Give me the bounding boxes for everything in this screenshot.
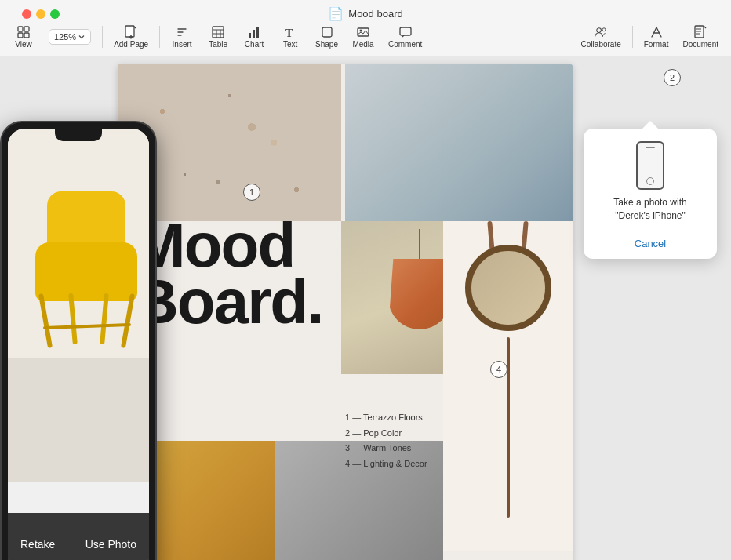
comment-icon: [399, 26, 412, 38]
zoom-value: 125%: [54, 32, 76, 42]
popup-divider: [593, 231, 707, 231]
separator-1: [102, 26, 103, 48]
toolbar-format[interactable]: Format: [638, 23, 675, 52]
mirror-frame: [465, 245, 551, 331]
item-list: 1 — Terrazzo Floors 2 — Pop Color 3 — Wa…: [345, 410, 427, 472]
zoom-control[interactable]: 125%: [49, 29, 91, 45]
iphone-screen: Retake Use Photo: [8, 129, 149, 560]
svg-rect-1: [24, 27, 29, 31]
insert-icon: [176, 26, 188, 38]
document-page: Mood Board.: [118, 64, 573, 560]
svg-rect-0: [18, 27, 23, 31]
chart-label: Chart: [245, 40, 264, 49]
take-photo-popup: Take a photo with "Derek's iPhone" Cance…: [584, 129, 717, 259]
comment-label: Comment: [388, 40, 422, 49]
popup-phone-icon: [636, 141, 664, 190]
toolbar-view[interactable]: View: [6, 23, 41, 52]
separator-3: [632, 26, 633, 48]
svg-rect-2: [18, 33, 23, 38]
svg-text:T: T: [285, 27, 293, 38]
toolbar: View 125% Add Page: [0, 18, 731, 56]
toolbar-insert[interactable]: Insert: [165, 23, 199, 52]
collaborate-label: Collaborate: [581, 40, 621, 49]
iphone-notch: [55, 129, 102, 141]
document-label: Document: [682, 40, 718, 49]
popup-text: Take a photo with "Derek's iPhone": [593, 196, 707, 223]
separator-2: [159, 26, 160, 48]
svg-rect-19: [400, 27, 411, 35]
main-content: Mood Board.: [0, 56, 731, 560]
toolbar-zoom[interactable]: 125%: [42, 26, 97, 48]
svg-point-21: [602, 27, 606, 31]
text-label: Text: [283, 40, 297, 49]
text-icon: T: [284, 26, 296, 38]
mood-board-content: Mood Board.: [118, 64, 573, 560]
toolbar-comment[interactable]: Comment: [382, 23, 428, 52]
shape-label: Shape: [315, 40, 338, 49]
toolbar-table[interactable]: Table: [201, 23, 235, 52]
canvas-area: Mood Board.: [0, 56, 731, 560]
badge-number-1: 1: [243, 184, 260, 201]
popup-cancel-button[interactable]: Cancel: [593, 238, 707, 249]
media-label: Media: [352, 40, 373, 49]
add-page-icon: [125, 26, 137, 38]
svg-rect-4: [125, 26, 134, 37]
iphone-photo-area: [8, 129, 149, 482]
add-page-label: Add Page: [114, 40, 148, 49]
item-list-entry-4: 4 — Lighting & Decor: [345, 456, 427, 472]
collaborate-icon: [595, 26, 607, 38]
document-icon: [694, 26, 707, 38]
toolbar-document[interactable]: Document: [676, 23, 725, 52]
format-label: Format: [644, 40, 669, 49]
item-list-entry-3: 3 — Warm Tones: [345, 441, 427, 456]
toolbar-collaborate[interactable]: Collaborate: [575, 23, 627, 52]
retake-button[interactable]: Retake: [20, 538, 55, 551]
svg-rect-7: [213, 27, 224, 38]
chevron-down-icon: [78, 33, 85, 41]
chart-icon: [248, 26, 260, 38]
shape-icon: [321, 26, 333, 38]
svg-rect-16: [322, 27, 332, 37]
mood-title-line1: Mood: [133, 217, 322, 274]
view-label: View: [15, 40, 32, 49]
insert-label: Insert: [173, 40, 192, 49]
view-icon: [17, 26, 30, 38]
svg-point-18: [360, 29, 362, 31]
mirror-image: [443, 221, 573, 551]
table-label: Table: [209, 40, 227, 49]
item-list-entry-2: 2 — Pop Color: [345, 426, 427, 442]
iphone-bottom-bar: Retake Use Photo: [8, 513, 149, 560]
svg-rect-14: [256, 27, 259, 38]
badge-number-2: 2: [664, 69, 681, 86]
toolbar-text[interactable]: T Text: [273, 23, 307, 52]
format-icon: [650, 26, 663, 38]
item-list-entry-1: 1 — Terrazzo Floors: [345, 410, 427, 426]
table-icon: [212, 26, 224, 38]
chair-photo: [8, 129, 149, 482]
toolbar-shape[interactable]: Shape: [309, 23, 344, 52]
svg-rect-13: [253, 30, 255, 38]
svg-rect-12: [249, 33, 251, 38]
mood-title-line2: Board.: [133, 274, 322, 330]
use-photo-button[interactable]: Use Photo: [85, 538, 136, 551]
media-icon: [357, 26, 369, 38]
badge-number-4: 4: [490, 361, 507, 378]
iphone-body: Retake Use Photo: [0, 121, 157, 560]
title-bar: 📄 Mood board View 125%: [0, 0, 731, 56]
popup-arrow: [642, 121, 658, 129]
svg-rect-3: [24, 33, 29, 38]
toolbar-add-page[interactable]: Add Page: [107, 23, 155, 52]
iphone-mockup: Retake Use Photo: [0, 121, 157, 560]
stone-image: [345, 64, 573, 221]
svg-point-20: [597, 27, 602, 32]
toolbar-media[interactable]: Media: [346, 23, 380, 52]
toolbar-chart[interactable]: Chart: [237, 23, 271, 52]
